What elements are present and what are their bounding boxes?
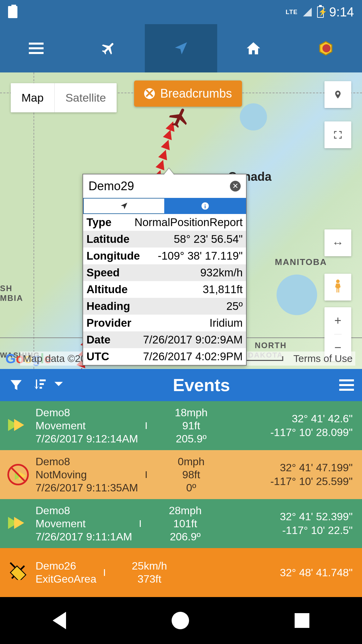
sort-dropdown[interactable] xyxy=(54,381,64,389)
menu-button[interactable] xyxy=(0,24,72,72)
breadcrumbs-label: Breadcrumbs xyxy=(160,87,232,101)
popup-value: 7/26/2017 9:02:9AM xyxy=(143,333,243,346)
nav-home-button[interactable] xyxy=(172,612,189,629)
event-altitude: 98ft xyxy=(182,469,200,481)
filter-button[interactable] xyxy=(8,377,24,393)
event-type: Movement xyxy=(36,420,138,432)
map-label-columbia-partial: SHMBIA xyxy=(0,284,23,303)
streetview-button[interactable] xyxy=(324,274,351,301)
clock: 9:14 xyxy=(329,5,354,19)
event-name: Demo8 xyxy=(36,504,132,517)
popup-value: 31,811ft xyxy=(203,283,243,296)
status-tab[interactable] xyxy=(290,24,362,72)
map-type-toggle: Map Satellite xyxy=(11,83,117,112)
event-heading: 206.9º xyxy=(170,531,201,543)
nav-back-button[interactable] xyxy=(53,612,66,629)
popup-row: Heading25º xyxy=(83,298,246,315)
popup-key: Type xyxy=(86,216,112,229)
popup-key: Longitude xyxy=(86,250,140,262)
svg-point-1 xyxy=(322,44,330,52)
event-lat: 32° 41' 42.6" xyxy=(292,413,353,425)
plane-icon xyxy=(101,40,117,56)
map-area[interactable]: Canada MANITOBA SHMBIA NORTH WASHING MON… xyxy=(0,72,362,369)
event-provider: I xyxy=(139,518,141,529)
event-coords: 32° 41' 47.199"-117° 10' 25.599" xyxy=(270,462,353,488)
event-row[interactable]: Demo8NotMoving7/26/2017 9:11:35AMI0mph98… xyxy=(0,450,362,499)
event-time: 7/26/2017 9:11:35AM xyxy=(36,482,138,494)
filter-icon xyxy=(9,378,23,392)
popup-key: UTC xyxy=(86,350,109,363)
my-location-button[interactable] xyxy=(324,81,351,108)
network-type: LTE xyxy=(286,9,298,16)
location-arrow-icon xyxy=(120,202,128,210)
popup-key: Altitude xyxy=(86,283,128,296)
fullscreen-button[interactable] xyxy=(324,121,351,148)
event-row[interactable]: Demo8Movement7/26/2017 9:11:1AMI28mph101… xyxy=(0,499,362,548)
menu-icon xyxy=(29,43,44,54)
event-name: Demo26 xyxy=(36,560,96,572)
popup-row: ProviderIridium xyxy=(83,315,246,331)
info-icon: i xyxy=(201,202,209,210)
popup-value: Iridium xyxy=(209,317,243,329)
zoom-in-button[interactable]: + xyxy=(334,307,341,334)
popup-row: UTC7/26/2017 4:02:9PM xyxy=(83,348,246,365)
popup-value: NormalPositionReport xyxy=(134,216,243,229)
event-coords: 32° 41' 42.6"-117° 10' 28.099" xyxy=(270,413,353,439)
popup-row: TypeNormalPositionReport xyxy=(83,214,246,231)
sort-icon xyxy=(32,377,47,392)
event-altitude: 91ft xyxy=(182,420,200,432)
event-type-icon xyxy=(5,559,32,586)
event-row[interactable]: Demo8Movement7/26/2017 9:12:14AMI18mph91… xyxy=(0,401,362,450)
android-nav-bar xyxy=(0,597,362,644)
close-icon: ✕ xyxy=(144,88,155,99)
popup-tab-info[interactable]: i xyxy=(164,198,246,214)
event-main: Demo8NotMoving7/26/2017 9:11:35AM xyxy=(36,455,138,494)
marker-popup: Demo29 ✕ i TypeNormalPositionReportLatit… xyxy=(82,174,247,366)
location-arrow-icon xyxy=(173,40,189,56)
popup-tab-track[interactable] xyxy=(83,198,164,214)
events-list[interactable]: Demo8Movement7/26/2017 9:12:14AMI18mph91… xyxy=(0,401,362,597)
pan-horizontal-button[interactable]: ↔ xyxy=(324,229,351,256)
popup-row: Date7/26/2017 9:02:9AM xyxy=(83,331,246,348)
map-label-north: NORTH xyxy=(255,341,287,350)
event-main: Demo8Movement7/26/2017 9:11:1AM xyxy=(36,504,132,543)
status-bar: LTE 9:14 xyxy=(0,0,362,24)
menu-icon xyxy=(339,379,354,391)
event-row[interactable]: Demo26ExitGeoAreaI25km/h373ft32° 48' 41.… xyxy=(0,548,362,597)
sdcard-icon xyxy=(8,6,17,18)
home-tab[interactable] xyxy=(217,24,290,72)
popup-key: Speed xyxy=(86,266,120,279)
popup-value: 25º xyxy=(226,300,243,313)
event-altitude: 373ft xyxy=(137,573,161,585)
pin-icon xyxy=(333,90,343,99)
aircraft-tab[interactable] xyxy=(72,24,145,72)
chevron-down-icon xyxy=(54,381,64,388)
event-speed: 0mph xyxy=(178,455,204,468)
signal-icon xyxy=(303,8,312,16)
event-provider: I xyxy=(145,420,147,431)
event-speed: 25km/h xyxy=(132,560,167,572)
event-type-icon xyxy=(5,510,32,537)
sort-button[interactable] xyxy=(32,377,48,393)
event-coords: 32° 48' 41.748" xyxy=(280,567,353,579)
event-speed: 18mph xyxy=(175,407,207,419)
popup-value: -109° 38' 17.119" xyxy=(158,250,243,262)
popup-value: 58° 23' 56.54" xyxy=(174,233,243,246)
nav-recent-button[interactable] xyxy=(295,613,309,628)
event-main: Demo8Movement7/26/2017 9:12:14AM xyxy=(36,407,138,445)
hexagon-status-icon xyxy=(318,40,334,56)
event-metrics: 25km/h373ft xyxy=(113,560,186,585)
event-lat: 32° 48' 41.748" xyxy=(280,567,353,579)
event-heading: 0º xyxy=(186,482,196,494)
fullscreen-icon xyxy=(333,130,343,140)
events-menu-button[interactable] xyxy=(339,379,354,391)
breadcrumbs-button[interactable]: ✕ Breadcrumbs xyxy=(134,80,242,107)
event-lon: -117° 10' 28.099" xyxy=(270,426,353,439)
popup-row: Speed932km/h xyxy=(83,264,246,281)
map-type-map[interactable]: Map xyxy=(11,83,54,112)
event-provider: I xyxy=(145,469,147,480)
tracking-tab[interactable] xyxy=(145,24,217,72)
terms-link[interactable]: Terms of Use xyxy=(293,353,353,364)
map-type-satellite[interactable]: Satellite xyxy=(54,83,117,112)
popup-close-button[interactable]: ✕ xyxy=(230,181,241,192)
